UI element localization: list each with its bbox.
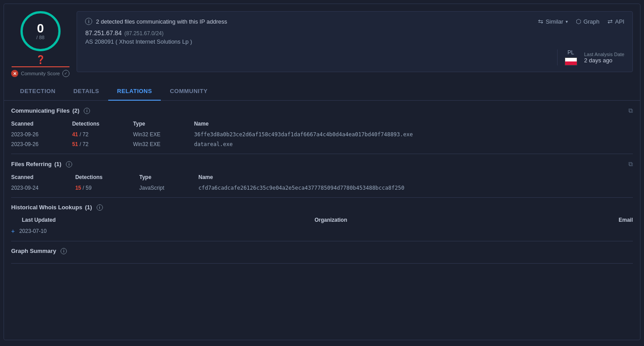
main-container: 0 / 88 ❓ ✕ Community Score ✓ i 2 detecte… bbox=[4, 4, 640, 340]
country-code: PL bbox=[567, 49, 574, 56]
location-icon: ❓ bbox=[36, 55, 45, 65]
table-row[interactable]: + 2023-07-10 bbox=[11, 226, 633, 236]
cell-detections: 51 / 72 bbox=[72, 139, 133, 149]
copy-icon[interactable]: ⧉ bbox=[628, 107, 633, 114]
communicating-files-section: Communicating Files (2) i ⧉ Scanned Dete… bbox=[11, 101, 633, 154]
close-icon: ✕ bbox=[11, 70, 18, 77]
graph-summary-section: Graph Summary i bbox=[11, 241, 633, 264]
info-card: i 2 detected files communicating with th… bbox=[77, 11, 633, 72]
historical-whois-section: Historical Whois Lookups (1) i Last Upda… bbox=[11, 198, 633, 241]
copy-icon-referring[interactable]: ⧉ bbox=[628, 160, 633, 168]
tab-community[interactable]: COMMUNITY bbox=[161, 82, 216, 101]
table-row[interactable]: 2023-09-26 41 / 72 Win32 EXE 36ffe3d8a0b… bbox=[11, 130, 633, 139]
cell-name: 36ffe3d8a0b23ce2d6af158c493daf1daf6667a4… bbox=[194, 130, 633, 139]
country-flag: PL bbox=[565, 49, 577, 65]
files-referring-table: Scanned Detections Type Name 2023-09-24 … bbox=[11, 172, 633, 193]
ip-range: (87.251.67.0/24) bbox=[124, 30, 163, 37]
graph-icon: ⬡ bbox=[576, 18, 581, 25]
check-icon: ✓ bbox=[62, 70, 69, 77]
cell-type: Win32 EXE bbox=[133, 139, 194, 149]
col-detections: Detections bbox=[72, 119, 133, 130]
tab-relations[interactable]: RELATIONS bbox=[108, 82, 161, 101]
score-denom: / 88 bbox=[37, 35, 45, 40]
analysis-date-label: Last Analysis Date bbox=[584, 52, 625, 57]
community-score-line bbox=[12, 66, 69, 67]
historical-whois-title: Historical Whois Lookups (1) i bbox=[11, 204, 103, 211]
vertical-divider bbox=[557, 49, 558, 65]
content-area: Communicating Files (2) i ⧉ Scanned Dete… bbox=[4, 101, 640, 340]
col-type: Type bbox=[139, 172, 199, 183]
col-organization: Organization bbox=[314, 215, 543, 226]
top-section: 0 / 88 ❓ ✕ Community Score ✓ i 2 detecte… bbox=[4, 4, 640, 81]
analysis-date-value: 2 days ago bbox=[584, 57, 625, 64]
graph-summary-info-icon: i bbox=[61, 248, 67, 254]
action-buttons: ⇆ Similar ▾ ⬡ Graph ⇄ API bbox=[538, 18, 624, 25]
api-button[interactable]: ⇄ API bbox=[607, 18, 624, 25]
graph-button[interactable]: ⬡ Graph bbox=[576, 18, 599, 25]
tabs-bar: DETECTION DETAILS RELATIONS COMMUNITY bbox=[4, 82, 640, 101]
community-score-label: Community Score bbox=[21, 71, 60, 76]
cell-name: cfd7a6cadcafe26126c35c9e04a2e5eca4377785… bbox=[199, 183, 633, 193]
col-email: Email bbox=[543, 215, 633, 226]
alert-text: 2 detected files communicating with this… bbox=[96, 18, 227, 25]
historical-whois-info-icon: i bbox=[97, 204, 103, 211]
info-icon: i bbox=[85, 18, 92, 25]
col-name: Name bbox=[194, 119, 633, 130]
score-circle: 0 / 88 bbox=[20, 11, 61, 51]
ip-address: 87.251.67.84 bbox=[85, 29, 122, 37]
table-row[interactable]: 2023-09-24 15 / 59 JavaScript cfd7a6cadc… bbox=[11, 183, 633, 193]
expand-icon[interactable]: + bbox=[11, 228, 15, 235]
similar-button[interactable]: ⇆ Similar ▾ bbox=[538, 18, 568, 25]
table-header-row: Scanned Detections Type Name bbox=[11, 172, 633, 183]
cell-scanned: 2023-09-24 bbox=[11, 183, 75, 193]
api-icon: ⇄ bbox=[607, 18, 613, 25]
community-score-bar: ✕ Community Score ✓ bbox=[11, 70, 69, 77]
communicating-files-info-icon: i bbox=[84, 108, 90, 114]
graph-summary-header: Graph Summary i bbox=[11, 248, 633, 254]
col-detections: Detections bbox=[75, 172, 139, 183]
col-name: Name bbox=[199, 172, 633, 183]
col-scanned: Scanned bbox=[11, 172, 75, 183]
cell-scanned: 2023-09-26 bbox=[11, 139, 72, 149]
info-card-footer: PL Last Analysis Date 2 days ago bbox=[85, 49, 624, 65]
table-header-row: Scanned Detections Type Name bbox=[11, 119, 633, 130]
communicating-files-title: Communicating Files (2) i bbox=[11, 107, 90, 114]
communicating-files-header: Communicating Files (2) i ⧉ bbox=[11, 107, 633, 114]
cell-last-updated: + 2023-07-10 bbox=[11, 226, 314, 236]
cell-type: Win32 EXE bbox=[133, 130, 194, 139]
analysis-date: Last Analysis Date 2 days ago bbox=[584, 52, 625, 64]
cell-scanned: 2023-09-26 bbox=[11, 130, 72, 139]
cell-name: datareal.exe bbox=[194, 139, 633, 149]
tab-detection[interactable]: DETECTION bbox=[11, 82, 65, 101]
col-last-updated: Last Updated bbox=[11, 215, 314, 226]
table-row[interactable]: 2023-09-26 51 / 72 Win32 EXE datareal.ex… bbox=[11, 139, 633, 149]
whois-table: Last Updated Organization Email + 2023-0… bbox=[11, 215, 633, 236]
files-referring-header: Files Referring (1) i ⧉ bbox=[11, 160, 633, 168]
col-scanned: Scanned bbox=[11, 119, 72, 130]
graph-summary-title: Graph Summary i bbox=[11, 248, 67, 254]
historical-whois-header: Historical Whois Lookups (1) i bbox=[11, 204, 633, 211]
whois-header-row: Last Updated Organization Email bbox=[11, 215, 633, 226]
files-referring-info-icon: i bbox=[66, 161, 72, 167]
cell-organization bbox=[314, 226, 543, 236]
flag-pl-icon bbox=[565, 57, 577, 65]
info-card-header: i 2 detected files communicating with th… bbox=[85, 18, 624, 25]
communicating-files-table: Scanned Detections Type Name 2023-09-26 … bbox=[11, 119, 633, 149]
score-number: 0 bbox=[37, 22, 44, 35]
files-referring-section: Files Referring (1) i ⧉ Scanned Detectio… bbox=[11, 154, 633, 198]
cell-email bbox=[543, 226, 633, 236]
as-info: AS 208091 ( Xhost Internet Solutions Lp … bbox=[85, 38, 624, 45]
score-panel: 0 / 88 ❓ ✕ Community Score ✓ bbox=[11, 11, 69, 77]
chevron-down-icon: ▾ bbox=[566, 19, 568, 24]
cell-detections: 41 / 72 bbox=[72, 130, 133, 139]
cell-type: JavaScript bbox=[139, 183, 199, 193]
ip-info: 87.251.67.84 (87.251.67.0/24) bbox=[85, 29, 624, 38]
files-referring-title: Files Referring (1) i bbox=[11, 161, 72, 167]
col-type: Type bbox=[133, 119, 194, 130]
cell-detections: 15 / 59 bbox=[75, 183, 139, 193]
tab-details[interactable]: DETAILS bbox=[65, 82, 108, 101]
similar-icon: ⇆ bbox=[538, 18, 543, 25]
